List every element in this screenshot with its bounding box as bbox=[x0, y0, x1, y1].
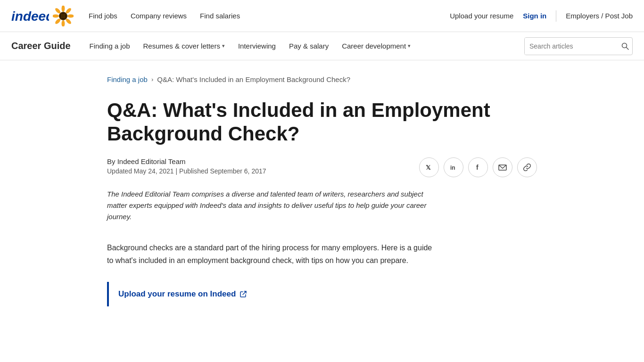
article-body: Background checks are a standard part of… bbox=[107, 241, 537, 267]
external-link-icon bbox=[239, 290, 247, 298]
svg-point-5 bbox=[62, 20, 65, 26]
breadcrumb-arrow-icon: › bbox=[151, 76, 153, 83]
svg-point-14 bbox=[61, 15, 62, 16]
career-dev-nav-link[interactable]: Career development ▾ bbox=[342, 42, 411, 50]
svg-point-7 bbox=[53, 14, 59, 17]
share-email-button[interactable] bbox=[493, 157, 512, 177]
author-info: By Indeed Editorial Team Updated May 24,… bbox=[107, 157, 266, 175]
resumes-nav-link[interactable]: Resumes & cover letters ▾ bbox=[143, 42, 225, 50]
top-nav-links: Find jobs Company reviews Find salaries bbox=[89, 12, 450, 20]
svg-point-12 bbox=[63, 14, 64, 15]
share-buttons: 𝕏 in f bbox=[419, 157, 537, 177]
svg-point-19 bbox=[64, 16, 65, 17]
twitter-icon: 𝕏 bbox=[425, 163, 433, 172]
pay-salary-nav-link[interactable]: Pay & salary bbox=[289, 42, 329, 50]
svg-text:indeed: indeed bbox=[11, 9, 49, 24]
article-body-paragraph: Background checks are a standard part of… bbox=[107, 241, 437, 267]
link-icon bbox=[523, 163, 531, 172]
svg-text:𝕏: 𝕏 bbox=[426, 164, 431, 171]
breadcrumb-parent-link[interactable]: Finding a job bbox=[107, 75, 148, 83]
upload-resume-link[interactable]: Upload your resume bbox=[450, 12, 513, 20]
svg-point-15 bbox=[63, 15, 64, 16]
svg-point-11 bbox=[61, 14, 62, 15]
svg-point-17 bbox=[61, 16, 62, 17]
breadcrumb-current: Q&A: What's Included in an Employment Ba… bbox=[157, 75, 350, 83]
find-jobs-link[interactable]: Find jobs bbox=[89, 12, 117, 20]
share-twitter-button[interactable]: 𝕏 bbox=[419, 157, 439, 177]
svg-point-18 bbox=[63, 16, 64, 17]
upload-resume-cta-link[interactable]: Upload your resume on Indeed bbox=[118, 289, 528, 299]
svg-text:f: f bbox=[476, 164, 479, 171]
author-name: By Indeed Editorial Team bbox=[107, 157, 266, 165]
sign-in-link[interactable]: Sign in bbox=[523, 12, 546, 20]
article-dates: Updated May 24, 2021 | Published Septemb… bbox=[107, 167, 266, 175]
find-salaries-link[interactable]: Find salaries bbox=[200, 12, 240, 20]
indeed-wordmark: indeed bbox=[11, 8, 49, 25]
breadcrumb: Finding a job › Q&A: What's Included in … bbox=[107, 75, 537, 83]
finding-a-job-nav-link[interactable]: Finding a job bbox=[90, 42, 130, 50]
svg-line-21 bbox=[627, 47, 629, 49]
career-dev-chevron-icon: ▾ bbox=[408, 43, 411, 49]
career-guide-title: Career Guide bbox=[11, 41, 71, 51]
svg-point-3 bbox=[67, 14, 74, 17]
cta-block: Upload your resume on Indeed bbox=[107, 282, 537, 306]
svg-point-16 bbox=[64, 15, 65, 16]
search-input[interactable] bbox=[525, 38, 617, 55]
svg-point-13 bbox=[64, 14, 65, 15]
email-icon bbox=[498, 163, 507, 172]
author-share-row: By Indeed Editorial Team Updated May 24,… bbox=[107, 157, 537, 177]
share-facebook-button[interactable]: f bbox=[468, 157, 488, 177]
career-guide-nav: Career Guide Finding a job Resumes & cov… bbox=[0, 32, 644, 60]
svg-line-26 bbox=[243, 291, 246, 295]
share-linkedin-button[interactable]: in bbox=[444, 157, 463, 177]
top-nav: indeed bbox=[0, 0, 644, 32]
article-title: Q&A: What's Included in an Employment Ba… bbox=[107, 99, 512, 146]
employers-link[interactable]: Employers / Post Job bbox=[566, 12, 633, 20]
search-button[interactable] bbox=[617, 38, 633, 55]
svg-point-1 bbox=[62, 6, 65, 12]
resumes-chevron-icon: ▾ bbox=[222, 43, 225, 49]
indeed-logo[interactable]: indeed bbox=[11, 6, 74, 26]
main-content: Finding a job › Q&A: What's Included in … bbox=[0, 60, 644, 335]
search-container bbox=[524, 37, 633, 55]
facebook-icon: f bbox=[474, 163, 482, 172]
svg-text:in: in bbox=[450, 165, 455, 171]
top-nav-right: Upload your resume Sign in Employers / P… bbox=[450, 10, 633, 22]
company-reviews-link[interactable]: Company reviews bbox=[131, 12, 187, 20]
linkedin-icon: in bbox=[449, 163, 458, 172]
sunflower-icon bbox=[53, 6, 74, 26]
interviewing-nav-link[interactable]: Interviewing bbox=[238, 42, 276, 50]
search-icon bbox=[621, 42, 629, 50]
nav-divider bbox=[556, 10, 556, 22]
copy-link-button[interactable] bbox=[517, 157, 537, 177]
author-bio: The Indeed Editorial Team comprises a di… bbox=[107, 189, 437, 222]
career-nav-links: Finding a job Resumes & cover letters ▾ … bbox=[90, 42, 509, 50]
